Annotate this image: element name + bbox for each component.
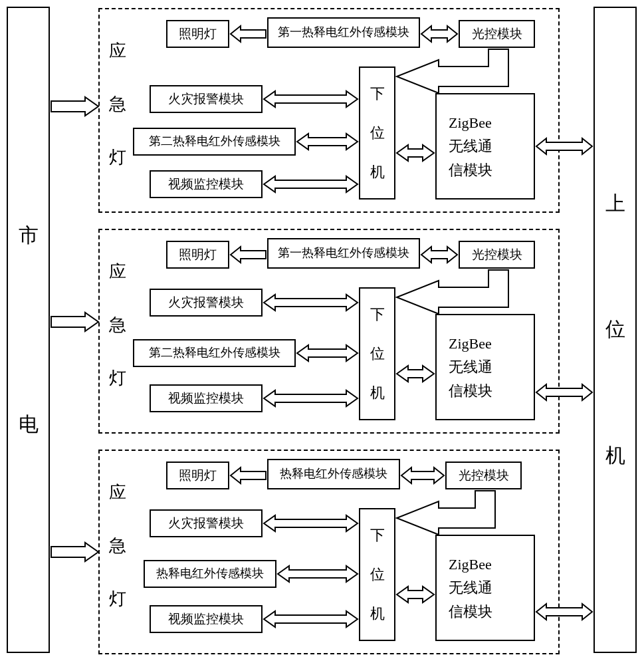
arrow-pyro1-to-lighting-2	[231, 247, 266, 263]
svg-marker-11	[264, 176, 358, 192]
arrow-pyro2-lower-1	[297, 134, 358, 150]
svg-marker-17	[297, 345, 358, 361]
svg-marker-4	[536, 384, 592, 400]
svg-marker-19	[397, 366, 434, 382]
arrow-pyro2-lower-2	[297, 345, 358, 361]
arrow-pyro1-lightctrl-2	[421, 247, 457, 263]
svg-marker-16	[264, 295, 358, 311]
svg-marker-10	[297, 134, 358, 150]
arrow-zigbee3-upper	[536, 604, 592, 620]
arrow-pyro-lower-3	[278, 566, 358, 582]
arrow-pyro1-to-lighting-1	[231, 26, 266, 42]
arrow-video-lower-3	[264, 611, 358, 627]
arrow-fire-lower-3	[264, 515, 358, 531]
svg-marker-7	[421, 26, 457, 42]
svg-marker-1	[51, 313, 98, 331]
arrow-lower-zigbee-3	[397, 587, 434, 602]
connectors-svg	[0, 0, 644, 665]
arrow-lightctrl-lower-3	[397, 491, 495, 535]
svg-marker-5	[536, 604, 592, 620]
arrow-zigbee1-upper	[536, 138, 592, 154]
svg-marker-13	[231, 247, 266, 263]
svg-marker-6	[231, 26, 266, 42]
svg-marker-20	[231, 467, 266, 483]
svg-marker-22	[397, 491, 495, 535]
arrow-pyro-to-lighting-3	[231, 467, 266, 483]
arrow-lightctrl-lower-2	[397, 270, 508, 314]
arrow-lower-zigbee-1	[397, 145, 434, 161]
svg-marker-0	[51, 97, 98, 116]
arrow-video-lower-2	[264, 390, 358, 406]
svg-marker-2	[51, 543, 98, 561]
arrow-pyro-lightctrl-3	[401, 467, 444, 483]
svg-marker-21	[401, 467, 444, 483]
arrow-pyro1-lightctrl-1	[421, 26, 457, 42]
arrow-fire-lower-2	[264, 295, 358, 311]
arrow-fire-lower-1	[264, 91, 358, 107]
svg-marker-23	[264, 515, 358, 531]
svg-marker-15	[397, 270, 508, 314]
svg-marker-26	[397, 587, 434, 602]
svg-marker-8	[397, 49, 508, 93]
arrow-zigbee2-upper	[536, 384, 592, 400]
arrow-mains-to-group1	[51, 97, 98, 116]
svg-marker-12	[397, 145, 434, 161]
arrow-video-lower-1	[264, 176, 358, 192]
svg-marker-9	[264, 91, 358, 107]
svg-marker-14	[421, 247, 457, 263]
arrow-mains-to-group2	[51, 313, 98, 331]
svg-marker-25	[264, 611, 358, 627]
svg-marker-18	[264, 390, 358, 406]
arrow-mains-to-group3	[51, 543, 98, 561]
arrow-lightctrl-lower-1	[397, 49, 508, 93]
svg-marker-3	[536, 138, 592, 154]
arrow-lower-zigbee-2	[397, 366, 434, 382]
svg-marker-24	[278, 566, 358, 582]
